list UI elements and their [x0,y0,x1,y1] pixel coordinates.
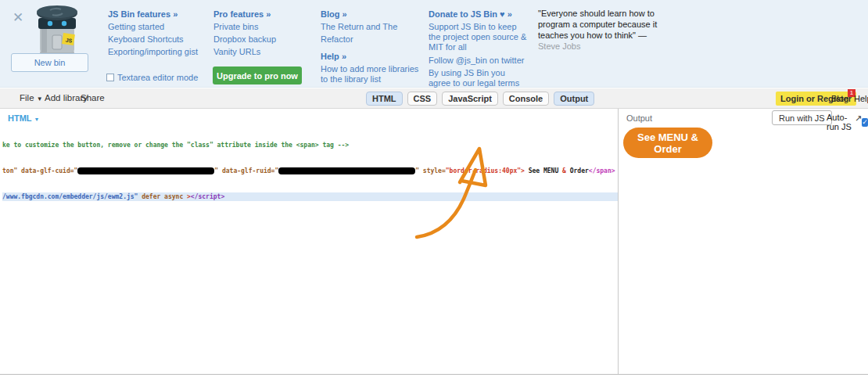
tab-javascript[interactable]: JavaScript [442,92,498,106]
add-libraries-link[interactable]: How to add more libraries to the library… [321,63,424,86]
html-editor-panel[interactable]: HTML ▼ ke to customize the button, remov… [0,109,618,374]
welcome-banner: ✕ JS New bin JS Bin features » Getting s… [0,0,868,88]
jsbin-features-column: JS Bin features » Getting started Keyboa… [108,8,210,58]
textarea-editor-mode-label: Textarea editor mode [117,73,198,82]
tab-console[interactable]: Console [503,92,549,106]
upgrade-to-pro-button[interactable]: Upgrade to pro now [213,66,302,84]
hand-drawn-arrow [391,137,508,250]
keyboard-shortcuts-link[interactable]: Keyboard Shortcuts [108,33,210,45]
exporting-gist-link[interactable]: Exporting/importing gist [108,45,210,58]
output-panel: Output Run with JS Auto-run JS ✓ ↗ See M… [618,109,868,374]
new-bin-button[interactable]: New bin [11,53,88,72]
dropbox-backup-link[interactable]: Dropbox backup [213,33,307,45]
pro-features-column: Pro features » Private bins Dropbox back… [213,8,307,58]
code-line-3: /www.fbgcdn.com/embedder/js/ewm2.js" def… [2,192,618,201]
share-button[interactable]: Share [81,93,105,102]
file-menu[interactable]: File ▼ [20,93,43,102]
help-header[interactable]: Help » [321,50,424,63]
support-jsbin-link[interactable]: Support JS Bin to keep the project open … [429,20,529,54]
textarea-editor-mode-checkbox[interactable] [106,74,114,81]
main-toolbar: File ▼ Add library Share HTML CSS JavaSc… [0,88,868,109]
code-area[interactable]: ke to customize the button, remove or ch… [2,124,618,218]
donate-header[interactable]: Donate to JS Bin ♥ » [429,8,529,20]
blog-header[interactable]: Blog » [321,8,424,20]
legal-terms-link[interactable]: By using JS Bin you agree to our legal t… [429,66,529,90]
see-menu-order-button[interactable]: See MENU & Order [623,128,712,158]
close-icon[interactable]: ✕ [13,9,23,26]
chevron-down-icon: ▼ [34,117,39,122]
help-link[interactable]: Help [854,94,868,103]
code-line-1: ke to customize the button, remove or ch… [2,142,349,149]
autorun-checkbox[interactable]: ✓ [862,118,868,127]
svg-text:JS: JS [65,38,73,44]
follow-twitter-link[interactable]: Follow @js_bin on twitter [429,54,529,66]
quote-author: Steve Jobs [538,41,580,51]
return-refactor-link[interactable]: The Return and The Refactor [321,20,424,45]
vanity-urls-link[interactable]: Vanity URLs [213,45,307,58]
bottom-divider [0,374,868,375]
tab-css[interactable]: CSS [407,92,438,106]
html-panel-dropdown[interactable]: HTML ▼ [8,113,39,123]
textarea-editor-mode-row: Textarea editor mode [106,73,198,82]
tab-output[interactable]: Output [554,92,594,106]
quote-text: "Everyone should learn how to program a … [538,9,657,40]
chevron-down-icon: ▼ [37,95,43,102]
private-bins-link[interactable]: Private bins [213,20,307,33]
redaction-bar [77,167,214,174]
code-line-2: ton" data-glf-cuid="" data-glf-ruid="" s… [2,167,618,175]
open-in-new-window-icon[interactable]: ↗ [855,113,862,124]
panel-tabs: HTML CSS JavaScript Console Output [366,92,594,106]
tab-html[interactable]: HTML [366,92,403,106]
blog-link[interactable]: Blog [831,94,848,103]
donate-column: Donate to JS Bin ♥ » Support JS Bin to k… [429,8,529,90]
output-panel-label: Output [626,113,652,123]
run-with-js-button[interactable]: Run with JS [772,110,832,125]
steve-jobs-quote: "Everyone should learn how to program a … [538,8,677,52]
jsbin-features-header[interactable]: JS Bin features » [108,8,210,20]
blog-help-column: Blog » The Return and The Refactor Help … [321,8,424,99]
getting-started-link[interactable]: Getting started [108,20,210,33]
robot-icon: JS [31,4,83,60]
pro-features-header[interactable]: Pro features » [213,8,307,20]
